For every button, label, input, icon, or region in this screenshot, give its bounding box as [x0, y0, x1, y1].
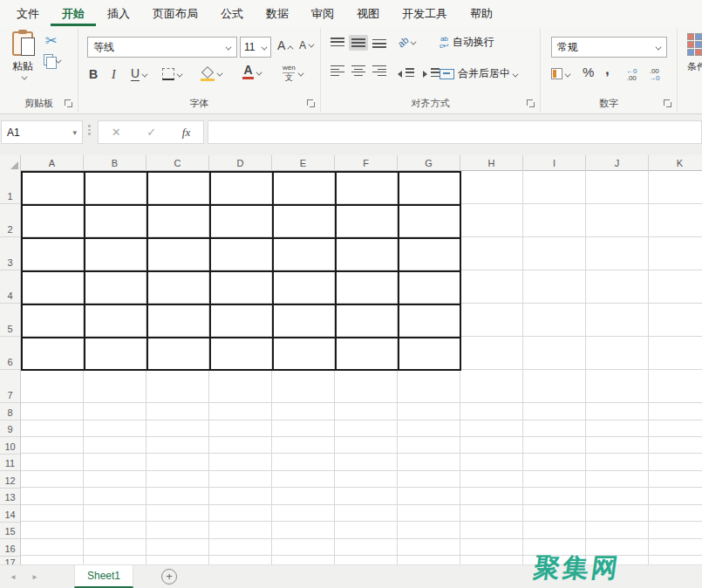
decrease-decimal-button[interactable]: .00 →0 — [649, 68, 659, 82]
row-header[interactable]: 13 — [0, 489, 20, 506]
column-header[interactable]: D — [209, 155, 272, 171]
accounting-format-button[interactable] — [551, 68, 570, 79]
merge-center-button[interactable]: 合并后居中 — [440, 66, 518, 81]
column-header[interactable]: K — [649, 155, 702, 171]
row-header[interactable]: 14 — [0, 505, 20, 523]
tab-home[interactable]: 开始 — [51, 3, 96, 26]
underline-button[interactable]: U — [131, 66, 147, 81]
fill-color-bar — [201, 79, 215, 81]
row-header[interactable]: 12 — [0, 471, 20, 489]
column-header[interactable]: J — [586, 155, 649, 171]
increase-decimal-button[interactable]: ←0 .00 — [626, 68, 637, 82]
shrink-font-button[interactable]: A — [299, 39, 314, 51]
borders-button[interactable] — [162, 68, 182, 80]
sheet-nav-left-icon[interactable]: ◄ — [0, 573, 26, 581]
align-top-button[interactable] — [328, 35, 347, 51]
tab-formulas[interactable]: 公式 — [209, 3, 255, 26]
cancel-icon[interactable]: ✕ — [112, 126, 121, 139]
conditional-formatting-icon — [687, 33, 702, 56]
row-header[interactable]: 8 — [0, 403, 20, 420]
number-dialog-launcher-icon[interactable] — [664, 99, 672, 108]
cut-button[interactable]: ✂ — [45, 33, 57, 49]
row-header[interactable]: 2 — [0, 204, 20, 237]
copy-icon — [44, 54, 53, 65]
column-header[interactable]: E — [272, 155, 335, 171]
row-header[interactable]: 3 — [0, 237, 20, 270]
tab-help[interactable]: 帮助 — [459, 3, 504, 26]
insert-function-icon[interactable]: fx — [182, 126, 190, 140]
comma-icon: , — [605, 61, 610, 78]
italic-button[interactable]: I — [112, 66, 116, 82]
formula-bar: A1 ▾ ✕ ✓ fx — [0, 114, 702, 155]
row-header[interactable]: 5 — [0, 304, 20, 337]
font-name-value: 等线 — [93, 40, 114, 55]
formula-input[interactable] — [208, 120, 702, 144]
align-center-button[interactable] — [349, 63, 368, 79]
copy-button[interactable] — [44, 54, 61, 65]
orientation-button[interactable]: ab — [398, 37, 416, 47]
tab-view[interactable]: 视图 — [345, 3, 391, 26]
font-dialog-launcher-icon[interactable] — [307, 99, 316, 108]
row-header[interactable]: 6 — [0, 337, 20, 370]
format-painter-button[interactable] — [44, 75, 49, 91]
align-right-button[interactable] — [370, 63, 389, 79]
select-all-corner[interactable] — [0, 155, 21, 171]
column-header[interactable]: H — [460, 155, 523, 171]
row-header[interactable]: 11 — [0, 455, 20, 472]
grow-font-button[interactable]: A — [277, 38, 293, 52]
column-header[interactable]: C — [147, 155, 209, 171]
name-box[interactable]: A1 ▾ — [1, 120, 83, 144]
column-header[interactable]: A — [21, 155, 84, 171]
increase-indent-button[interactable] — [423, 66, 441, 82]
enter-icon[interactable]: ✓ — [147, 126, 156, 139]
paste-button[interactable]: 粘贴 — [5, 31, 40, 96]
cell-area[interactable] — [21, 171, 702, 564]
align-middle-button[interactable] — [349, 35, 368, 51]
sheet-tab-sheet1[interactable]: Sheet1 — [74, 565, 133, 588]
tab-insert[interactable]: 插入 — [96, 3, 141, 26]
conditional-formatting-button[interactable]: 条件 — [687, 33, 702, 73]
name-box-dropdown-icon[interactable]: ▾ — [72, 128, 77, 137]
percent-style-button[interactable]: % — [583, 65, 594, 79]
row-header[interactable]: 1 — [0, 171, 20, 204]
row-header[interactable]: 7 — [0, 370, 20, 403]
column-header[interactable]: F — [335, 155, 398, 171]
font-color-button[interactable]: A — [242, 65, 262, 79]
wrap-text-button[interactable]: ab c↩ 自动换行 — [440, 35, 494, 50]
clipboard-dialog-launcher-icon[interactable] — [65, 99, 73, 108]
bordered-table-a1-g6[interactable] — [21, 171, 461, 371]
phonetic-guide-button[interactable]: wén 文 — [283, 65, 303, 81]
wrap-text-label: 自动换行 — [453, 35, 494, 50]
bold-button[interactable]: B — [89, 66, 98, 82]
alignment-dialog-launcher-icon[interactable] — [527, 99, 535, 108]
decrease-indent-button[interactable] — [398, 66, 416, 82]
tab-data[interactable]: 数据 — [255, 3, 300, 26]
column-header[interactable]: B — [84, 155, 147, 171]
comma-style-button[interactable]: , — [605, 61, 610, 79]
fill-color-button[interactable] — [201, 68, 222, 79]
row-header[interactable]: 16 — [0, 539, 20, 557]
row-header[interactable]: 17 — [0, 557, 20, 565]
column-header[interactable]: G — [398, 155, 460, 171]
tab-review[interactable]: 审阅 — [300, 3, 345, 26]
align-left-button[interactable] — [328, 63, 347, 79]
chevron-down-icon — [297, 70, 303, 76]
tab-file[interactable]: 文件 — [5, 3, 51, 26]
formula-bar-handle[interactable] — [88, 125, 91, 135]
row-header[interactable]: 15 — [0, 523, 20, 540]
row-header[interactable]: 10 — [0, 437, 20, 455]
font-size-combo[interactable]: 11 — [240, 37, 271, 58]
chevron-down-icon — [656, 44, 662, 51]
fill-color-icon — [201, 68, 215, 79]
font-name-combo[interactable]: 等线 — [87, 37, 237, 58]
sheet-nav-right-icon[interactable]: ► — [26, 573, 44, 581]
tab-page-layout[interactable]: 页面布局 — [141, 3, 209, 26]
row-header[interactable]: 9 — [0, 420, 20, 438]
menu-tab-bar: 文件 开始 插入 页面布局 公式 数据 审阅 视图 开发工具 帮助 — [0, 0, 702, 26]
align-bottom-button[interactable] — [370, 35, 389, 51]
tab-developer[interactable]: 开发工具 — [391, 3, 459, 26]
row-header[interactable]: 4 — [0, 270, 20, 304]
new-sheet-button[interactable]: + — [161, 569, 177, 585]
number-format-combo[interactable]: 常规 — [551, 37, 667, 58]
column-header[interactable]: I — [523, 155, 586, 171]
